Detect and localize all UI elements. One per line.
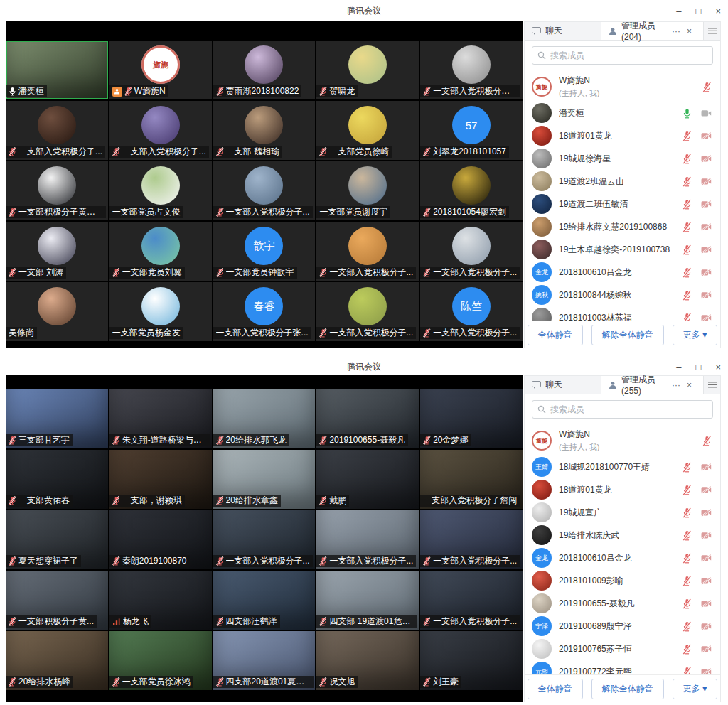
muted-camera-icon[interactable] xyxy=(701,132,712,140)
video-tile[interactable]: 杨龙飞 xyxy=(109,571,212,630)
muted-camera-icon[interactable] xyxy=(701,246,712,254)
video-tile[interactable]: 一支部黄佑春 xyxy=(6,450,108,509)
video-tile[interactable]: 2018101054廖宏剑 xyxy=(420,161,523,220)
video-tile[interactable]: 一支部入党积极分子... xyxy=(6,101,108,160)
panel-more-button[interactable]: ··· xyxy=(672,380,680,390)
video-tile[interactable]: 旖旎 W旖旎N xyxy=(109,41,212,99)
member-row[interactable]: 2019100655-聂毅凡 xyxy=(532,592,713,615)
unmute-all-button[interactable]: 解除全体静音 xyxy=(592,679,664,699)
video-tile[interactable]: 吴修尚 xyxy=(6,282,108,341)
video-tile[interactable]: 20给排水杨峰 xyxy=(6,631,108,690)
member-row[interactable]: 18道渡01黄龙 xyxy=(532,124,713,147)
muted-mic-icon[interactable] xyxy=(682,530,692,541)
video-tile[interactable]: 况文旭 xyxy=(316,631,419,690)
muted-mic-icon[interactable] xyxy=(682,553,692,564)
member-row[interactable]: 18道渡01黄龙 xyxy=(532,478,713,501)
muted-mic-icon[interactable] xyxy=(682,313,692,321)
member-row[interactable]: 19道渡2班温云山 xyxy=(532,170,713,193)
muted-camera-icon[interactable] xyxy=(701,463,712,471)
member-row[interactable]: 19给排水薛文慧2019100868 xyxy=(532,215,713,238)
member-row[interactable]: 婉秋2018100844杨婉秋 xyxy=(532,284,713,306)
muted-camera-icon[interactable] xyxy=(701,314,712,321)
video-tile[interactable]: 一支部入党积极分子... xyxy=(213,161,316,220)
hamburger-button[interactable] xyxy=(703,376,720,394)
unmute-all-button[interactable]: 解除全体静音 xyxy=(592,325,664,345)
video-tile[interactable]: 一支部入党积极分子... xyxy=(213,510,316,569)
muted-camera-icon[interactable] xyxy=(701,486,712,494)
close-button[interactable]: × xyxy=(715,6,721,16)
muted-mic-icon[interactable] xyxy=(682,576,692,586)
video-tile[interactable]: 四支部20道渡01夏仁威 xyxy=(213,631,316,690)
muted-mic-icon[interactable] xyxy=(682,667,692,675)
minimize-button[interactable]: – xyxy=(676,362,681,372)
member-row[interactable]: 旖旎W旖旎N(主持人, 我) xyxy=(532,426,713,456)
video-tile[interactable]: 一支部积极分子黄庆峰 xyxy=(6,161,108,220)
video-tile[interactable]: 潘奕桓 xyxy=(6,41,108,99)
muted-mic-icon[interactable] xyxy=(682,644,692,655)
video-tile[interactable]: 一支部入党积极分子... xyxy=(316,510,419,569)
video-tile[interactable]: 20给排水章鑫 xyxy=(213,450,316,509)
mute-all-button[interactable]: 全体静音 xyxy=(528,679,583,699)
search-input[interactable] xyxy=(550,50,707,60)
member-row[interactable]: 潘奕桓 xyxy=(532,102,713,124)
muted-camera-icon[interactable] xyxy=(701,269,712,276)
titlebar[interactable]: 腾讯会议 – □ × xyxy=(0,0,728,21)
video-tile[interactable]: 一支部党员徐冰鸿 xyxy=(109,631,212,690)
video-tile[interactable]: 一支部党员杨金发 xyxy=(109,282,212,341)
video-tile[interactable]: 一支部入党积极分子... xyxy=(316,282,419,341)
panel-close-button[interactable]: × xyxy=(687,26,692,36)
member-row[interactable]: 旖旎W旖旎N(主持人, 我) xyxy=(532,72,713,102)
video-tile[interactable]: 秦朗2019100870 xyxy=(109,510,212,569)
video-tile[interactable]: 四支部汪鹤洋 xyxy=(213,571,316,630)
hamburger-button[interactable] xyxy=(703,22,720,40)
tab-chat[interactable]: 聊天 xyxy=(525,22,601,40)
muted-camera-icon[interactable] xyxy=(701,532,712,539)
video-tile[interactable]: 20金梦娜 xyxy=(420,389,523,448)
video-tile[interactable]: 朱文翔-道路桥梁与渡... xyxy=(109,389,212,448)
video-tile[interactable]: 一支部入党积极分子詹闯 xyxy=(420,450,523,509)
member-row[interactable]: 19城规宣广 xyxy=(532,501,713,524)
video-tile[interactable]: 贾雨渐2018100822 xyxy=(213,41,316,99)
member-row[interactable]: 2018101009彭喻 xyxy=(532,569,713,592)
muted-mic-icon[interactable] xyxy=(682,222,692,232)
member-row[interactable]: 2019100765苏子恒 xyxy=(532,637,713,660)
video-tile[interactable]: 贺啸龙 xyxy=(316,41,419,99)
member-row[interactable]: 2018101003林苏福 xyxy=(532,306,713,321)
member-row[interactable]: 19土木卓越徐奕-2019100738 xyxy=(532,238,713,261)
muted-camera-icon[interactable] xyxy=(701,178,712,185)
muted-mic-icon[interactable] xyxy=(702,82,712,92)
video-tile[interactable]: 四支部 19道渡01危勇... xyxy=(316,571,419,630)
video-tile[interactable]: 一支部入党积极分子... xyxy=(109,101,212,160)
member-row[interactable]: 宁泽2019100689殷宁泽 xyxy=(532,615,713,637)
member-row[interactable]: 19道渡二班伍敏清 xyxy=(532,193,713,215)
muted-mic-icon[interactable] xyxy=(682,462,692,473)
muted-mic-icon[interactable] xyxy=(682,290,692,301)
member-row[interactable]: 金龙2018100610吕金龙 xyxy=(532,261,713,284)
panel-more-button[interactable]: ··· xyxy=(672,26,680,36)
video-tile[interactable]: 戴鹏 xyxy=(316,450,419,509)
video-tile[interactable]: 一支部 刘涛 xyxy=(6,222,108,281)
member-row[interactable]: 元熙2019100772李元熙 xyxy=(532,660,713,674)
video-tile[interactable]: 一支部 魏相瑜 xyxy=(213,101,316,160)
video-tile[interactable]: 一支部入党积极分子... xyxy=(420,222,523,281)
more-actions-button[interactable]: 更多 ▾ xyxy=(673,325,717,345)
video-tile[interactable]: 陈竺 一支部入党积极分子... xyxy=(420,282,523,341)
muted-camera-icon[interactable] xyxy=(701,155,712,163)
video-tile[interactable]: 夏天想穿裙子了 xyxy=(6,510,108,569)
active-mic-icon[interactable] xyxy=(682,108,692,119)
muted-mic-icon[interactable] xyxy=(682,154,692,164)
video-tile[interactable]: 一支部入党积极分子... xyxy=(420,571,523,630)
muted-camera-icon[interactable] xyxy=(701,509,712,517)
video-tile[interactable]: 三支部甘艺宇 xyxy=(6,389,108,448)
muted-mic-icon[interactable] xyxy=(682,176,692,187)
close-button[interactable]: × xyxy=(715,362,721,372)
tab-manage-members[interactable]: 管理成员(204) ··· × xyxy=(601,22,703,40)
video-tile[interactable]: 一支部，谢颖琪 xyxy=(109,450,212,509)
muted-mic-icon[interactable] xyxy=(702,436,712,446)
video-tile[interactable]: 20给排水郭飞龙 xyxy=(213,389,316,448)
muted-mic-icon[interactable] xyxy=(682,131,692,141)
member-row[interactable]: 王婧18城规2018100770王婧 xyxy=(532,456,713,478)
maximize-button[interactable]: □ xyxy=(696,6,702,16)
panel-close-button[interactable]: × xyxy=(687,380,692,390)
video-tile[interactable]: 2019100655-聂毅凡 xyxy=(316,389,419,448)
